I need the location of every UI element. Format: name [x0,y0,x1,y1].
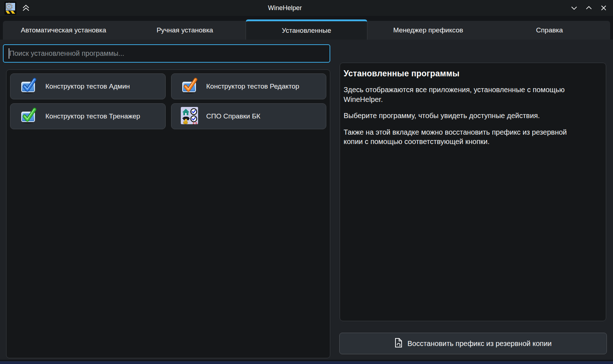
text-caret [9,48,9,59]
search-input[interactable] [3,44,330,63]
close-icon [599,4,608,12]
tab-installed[interactable]: Установленные [246,19,368,40]
info-title: Установленные программы [344,69,601,78]
search-container [3,44,330,63]
program-label: Конструктор тестов Тренажер [45,112,140,120]
winehelper-window: ⚙ WineHelper [0,0,613,364]
program-card-trainer[interactable]: Конструктор тестов Тренажер [10,103,166,129]
minimize-button[interactable] [570,4,578,12]
info-panel: Установленные программы Здесь отображают… [340,63,606,321]
installed-programs-panel: Конструктор тестов Админ [6,69,330,358]
maximize-button[interactable] [585,4,593,12]
tab-help[interactable]: Справка [489,21,610,40]
restore-button-label: Восстановить префикс из резервной копии [407,340,552,348]
checkbox-orange-icon [181,77,198,96]
window-title: WineHelper [0,0,570,16]
info-paragraph: Здесь отображаются все приложения, устан… [344,85,581,104]
tab-manual-install[interactable]: Ручная установка [124,21,246,40]
chevron-down-icon [570,4,578,12]
info-paragraph: Также на этой вкладке можно восстановить… [344,127,581,147]
svg-text:2 5: 2 5 [193,121,197,124]
titlebar: ⚙ WineHelper [0,0,613,16]
taskbar-strip [0,361,613,364]
restore-document-icon [394,338,403,350]
checkbox-blue-icon [20,77,37,96]
info-paragraph: Выберите программу, чтобы увидеть доступ… [344,111,581,121]
restore-prefix-button[interactable]: Восстановить префикс из резервной копии [339,333,607,354]
program-card-editor[interactable]: Конструктор тестов Редактор [171,73,327,99]
tab-bar: Автоматическая установка Ручная установк… [3,21,610,40]
program-grid: Конструктор тестов Админ [10,73,326,129]
close-button[interactable] [599,4,608,12]
tab-automatic-install[interactable]: Автоматическая установка [3,21,124,40]
chevron-up-icon [585,4,593,12]
program-card-spo-spravki[interactable]: 2 5 СПО Справки БК [171,103,327,129]
tab-prefix-manager[interactable]: Менеджер префиксов [367,21,489,40]
checkbox-green-icon [20,107,37,126]
spo-spravki-icon: 2 5 [181,107,198,126]
program-label: Конструктор тестов Редактор [206,82,299,90]
program-label: СПО Справки БК [206,112,260,120]
program-label: Конструктор тестов Админ [45,82,130,90]
program-card-admin[interactable]: Конструктор тестов Админ [10,73,166,99]
